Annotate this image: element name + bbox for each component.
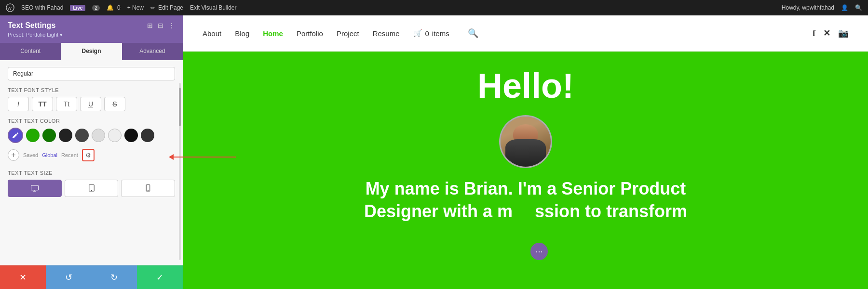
new-item-btn[interactable]: + New — [127, 4, 144, 11]
nav-portfolio[interactable]: Portfolio — [297, 29, 323, 38]
color-edit-btn[interactable] — [8, 128, 23, 143]
panel-preset[interactable]: Preset: Portfolio Light ▾ — [8, 32, 175, 38]
panel-expand-icon[interactable]: ⊞ — [147, 22, 153, 29]
text-settings-panel: Text Settings ⊞ ⊟ ⋮ Preset: Portfolio Li… — [0, 15, 183, 289]
facebook-icon[interactable]: f — [813, 28, 815, 39]
strikethrough-btn[interactable]: S — [104, 97, 125, 111]
size-section-label: Text Text Size — [8, 170, 175, 176]
filter-global[interactable]: Global — [42, 152, 57, 158]
tab-design[interactable]: Design — [61, 43, 122, 60]
nav-blog[interactable]: Blog — [235, 29, 249, 38]
swatch-light1[interactable] — [92, 129, 105, 142]
live-badge: Live — [70, 5, 85, 11]
svg-point-6 — [91, 190, 92, 191]
font-style-label: Text Font Style — [8, 87, 175, 93]
panel-more-icon[interactable]: ⋮ — [168, 22, 175, 29]
nav-home[interactable]: Home — [263, 29, 283, 38]
color-swatch-row — [8, 128, 175, 143]
arrow-annotation — [169, 154, 236, 160]
exit-builder-btn[interactable]: Exit Visual Builder — [190, 4, 237, 11]
cancel-btn[interactable]: ✕ — [0, 265, 46, 289]
panel-fullscreen-icon[interactable]: ⊟ — [158, 22, 163, 29]
svg-rect-2 — [31, 185, 38, 190]
hero-title: Hello! — [477, 66, 574, 105]
color-settings-gear-btn[interactable]: ⚙ — [82, 149, 95, 161]
hero-bio-line2: Designer with a m ssion to transform — [364, 201, 687, 221]
panel-title: Text Settings — [8, 21, 55, 30]
swatch-dark1[interactable] — [59, 129, 72, 142]
font-style-row: I TT Tt U S — [8, 97, 175, 111]
tab-content[interactable]: Content — [0, 43, 61, 60]
swatch-green1[interactable] — [26, 129, 40, 142]
admin-avatar[interactable]: 👤 — [841, 4, 848, 11]
float-bubble-btn[interactable]: ··· — [530, 243, 548, 260]
font-weight-row: Regular — [8, 67, 175, 80]
cart-icon: 🛒 — [413, 29, 422, 38]
panel-title-icons: ⊞ ⊟ ⋮ — [147, 22, 175, 29]
redo-btn[interactable]: ↻ — [92, 265, 137, 289]
svg-point-8 — [148, 190, 149, 191]
main-layout: Text Settings ⊞ ⊟ ⋮ Preset: Portfolio Li… — [0, 15, 868, 289]
admin-bar: W SEO with Fahad Live 2 🔔 0 + New ✏ Edit… — [0, 0, 868, 15]
filter-saved[interactable]: Saved — [23, 152, 38, 158]
tab-advanced[interactable]: Advanced — [122, 43, 183, 60]
site-navigation: About Blog Home Portfolio Project Resume… — [183, 15, 868, 52]
save-btn[interactable]: ✓ — [137, 265, 183, 289]
edit-page-btn[interactable]: ✏ Edit Page — [150, 4, 183, 11]
site-preview: About Blog Home Portfolio Project Resume… — [183, 15, 868, 289]
user-greeting[interactable]: Howdy, wpwithfahad — [782, 4, 834, 11]
nav-cart[interactable]: 🛒 0 items — [413, 29, 449, 38]
admin-search-icon[interactable]: 🔍 — [855, 4, 862, 11]
color-section-label: Text Text Color — [8, 118, 175, 124]
panel-content: Regular Text Font Style I TT Tt U S Text… — [0, 60, 183, 265]
admin-bar-left: W SEO with Fahad Live 2 🔔 0 + New ✏ Edit… — [6, 3, 774, 12]
swatch-black2[interactable] — [141, 129, 154, 142]
filter-recent[interactable]: Recent — [61, 152, 78, 158]
hero-avatar — [499, 115, 552, 168]
wp-logo-item[interactable]: W — [6, 3, 14, 12]
swatch-black1[interactable] — [124, 129, 138, 142]
nav-about[interactable]: About — [203, 29, 221, 38]
scroll-indicator — [179, 83, 181, 260]
svg-text:W: W — [8, 6, 12, 11]
font-weight-select[interactable]: Regular — [8, 67, 175, 80]
undo-btn[interactable]: ↺ — [46, 265, 92, 289]
hero-bio-text: My name is Brian. I'm a Senior Product D… — [364, 178, 687, 223]
capitalize-btn[interactable]: Tt — [56, 97, 77, 111]
size-desktop-btn[interactable] — [8, 180, 62, 197]
italic-btn[interactable]: I — [8, 97, 29, 111]
comments-count[interactable]: 2 — [92, 5, 100, 11]
bottom-action-bar: ✕ ↺ ↻ ✓ — [0, 265, 183, 289]
swatch-dark2[interactable] — [75, 129, 89, 142]
color-controls-row: + Saved Global Recent ⚙ — [8, 147, 175, 163]
scroll-thumb[interactable] — [179, 88, 181, 126]
underline-btn[interactable]: U — [80, 97, 101, 111]
nav-links: About Blog Home Portfolio Project Resume… — [203, 28, 478, 39]
nav-project[interactable]: Project — [337, 29, 359, 38]
arrow-head — [169, 154, 174, 160]
font-style-section: Text Font Style I TT Tt U S — [8, 87, 175, 111]
panel-title-row: Text Settings ⊞ ⊟ ⋮ — [8, 21, 175, 30]
twitter-icon[interactable]: ✕ — [823, 28, 830, 39]
size-btn-row — [8, 180, 175, 197]
uppercase-btn[interactable]: TT — [32, 97, 53, 111]
avatar-face — [501, 117, 551, 167]
panel-tabs: Content Design Advanced — [0, 43, 183, 60]
add-color-btn[interactable]: + — [8, 149, 19, 161]
site-name[interactable]: SEO with Fahad — [21, 4, 63, 11]
cart-label: items — [432, 29, 449, 38]
size-tablet-btn[interactable] — [65, 180, 119, 197]
swatch-light2[interactable] — [108, 129, 122, 142]
nav-resume[interactable]: Resume — [373, 29, 400, 38]
nav-social: f ✕ 📷 — [813, 28, 849, 39]
cart-count: 0 — [425, 29, 429, 38]
size-mobile-btn[interactable] — [121, 180, 175, 197]
arrow-line — [174, 157, 236, 158]
instagram-icon[interactable]: 📷 — [838, 28, 849, 39]
notifications[interactable]: 🔔 0 — [107, 4, 121, 11]
admin-bar-right: Howdy, wpwithfahad 👤 🔍 — [782, 4, 862, 11]
swatch-green2[interactable] — [42, 129, 56, 142]
text-size-section: Text Text Size — [8, 170, 175, 197]
panel-header: Text Settings ⊞ ⊟ ⋮ Preset: Portfolio Li… — [0, 15, 183, 43]
nav-search-icon[interactable]: 🔍 — [468, 28, 478, 39]
